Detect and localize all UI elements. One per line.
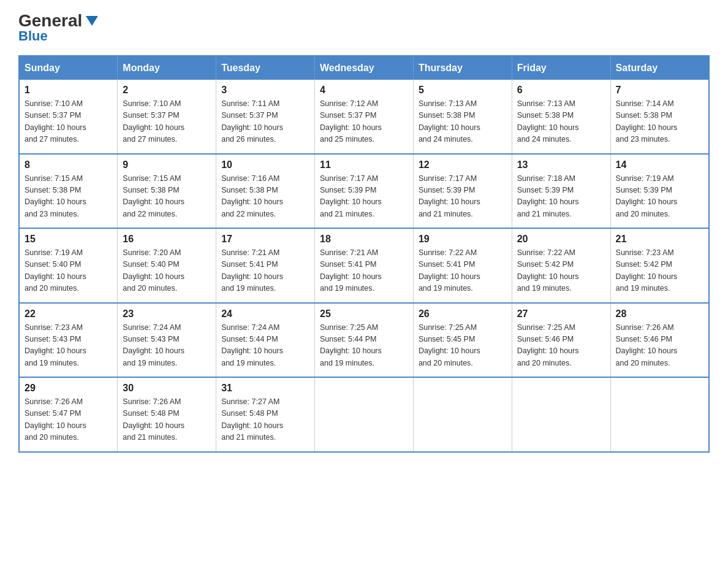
table-row: 9 Sunrise: 7:15 AM Sunset: 5:38 PM Dayli… [118,154,216,229]
day-number: 9 [123,159,211,170]
table-row: 22 Sunrise: 7:23 AM Sunset: 5:43 PM Dayl… [19,303,118,378]
day-number: 6 [517,85,605,96]
col-saturday: Saturday [610,56,709,80]
calendar-week-row: 29 Sunrise: 7:26 AM Sunset: 5:47 PM Dayl… [19,377,709,452]
day-number: 8 [25,159,112,170]
table-row: 8 Sunrise: 7:15 AM Sunset: 5:38 PM Dayli… [19,154,118,229]
day-number: 26 [419,308,507,320]
table-row [610,377,709,452]
table-row: 2 Sunrise: 7:10 AM Sunset: 5:37 PM Dayli… [118,80,216,154]
table-row: 3 Sunrise: 7:11 AM Sunset: 5:37 PM Dayli… [216,80,315,154]
day-number: 21 [616,234,703,245]
day-info: Sunrise: 7:12 AM Sunset: 5:37 PM Dayligh… [320,98,408,146]
day-info: Sunrise: 7:13 AM Sunset: 5:38 PM Dayligh… [419,98,507,146]
col-sunday: Sunday [19,56,118,80]
day-info: Sunrise: 7:23 AM Sunset: 5:42 PM Dayligh… [616,247,703,295]
table-row: 31 Sunrise: 7:27 AM Sunset: 5:48 PM Dayl… [216,377,315,452]
day-number: 1 [25,85,112,96]
day-number: 24 [221,308,309,320]
day-number: 4 [320,85,408,96]
logo: General Blue [18,12,100,44]
table-row: 27 Sunrise: 7:25 AM Sunset: 5:46 PM Dayl… [512,303,610,378]
day-info: Sunrise: 7:16 AM Sunset: 5:38 PM Dayligh… [221,173,309,221]
calendar-header-row: Sunday Monday Tuesday Wednesday Thursday… [19,56,709,80]
calendar-week-row: 8 Sunrise: 7:15 AM Sunset: 5:38 PM Dayli… [19,154,709,229]
logo-blue-text: Blue [18,28,48,44]
table-row: 1 Sunrise: 7:10 AM Sunset: 5:37 PM Dayli… [19,80,118,154]
table-row [413,377,512,452]
day-info: Sunrise: 7:21 AM Sunset: 5:41 PM Dayligh… [320,247,408,295]
table-row: 21 Sunrise: 7:23 AM Sunset: 5:42 PM Dayl… [610,228,709,303]
day-number: 16 [123,234,211,245]
table-row: 16 Sunrise: 7:20 AM Sunset: 5:40 PM Dayl… [118,228,216,303]
table-row: 20 Sunrise: 7:22 AM Sunset: 5:42 PM Dayl… [512,228,610,303]
table-row: 14 Sunrise: 7:19 AM Sunset: 5:39 PM Dayl… [610,154,709,229]
table-row: 12 Sunrise: 7:17 AM Sunset: 5:39 PM Dayl… [413,154,512,229]
day-number: 30 [123,383,211,394]
day-info: Sunrise: 7:22 AM Sunset: 5:42 PM Dayligh… [517,247,605,295]
table-row: 23 Sunrise: 7:24 AM Sunset: 5:43 PM Dayl… [118,303,216,378]
table-row [315,377,414,452]
table-row: 10 Sunrise: 7:16 AM Sunset: 5:38 PM Dayl… [216,154,315,229]
table-row: 15 Sunrise: 7:19 AM Sunset: 5:40 PM Dayl… [19,228,118,303]
day-info: Sunrise: 7:19 AM Sunset: 5:40 PM Dayligh… [25,247,112,295]
day-number: 29 [25,383,112,394]
day-number: 14 [616,159,703,170]
day-info: Sunrise: 7:23 AM Sunset: 5:43 PM Dayligh… [25,322,112,370]
table-row: 25 Sunrise: 7:25 AM Sunset: 5:44 PM Dayl… [315,303,414,378]
table-row: 24 Sunrise: 7:24 AM Sunset: 5:44 PM Dayl… [216,303,315,378]
table-row: 26 Sunrise: 7:25 AM Sunset: 5:45 PM Dayl… [413,303,512,378]
logo-arrow-icon [83,12,100,29]
day-number: 28 [616,308,703,320]
day-number: 23 [123,308,211,320]
day-info: Sunrise: 7:13 AM Sunset: 5:38 PM Dayligh… [517,98,605,146]
day-number: 22 [25,308,112,320]
day-info: Sunrise: 7:15 AM Sunset: 5:38 PM Dayligh… [123,173,211,221]
day-number: 13 [517,159,605,170]
table-row: 13 Sunrise: 7:18 AM Sunset: 5:39 PM Dayl… [512,154,610,229]
day-info: Sunrise: 7:24 AM Sunset: 5:44 PM Dayligh… [221,322,309,370]
day-number: 17 [221,234,309,245]
table-row: 5 Sunrise: 7:13 AM Sunset: 5:38 PM Dayli… [413,80,512,154]
table-row: 30 Sunrise: 7:26 AM Sunset: 5:48 PM Dayl… [118,377,216,452]
day-number: 19 [419,234,507,245]
table-row: 17 Sunrise: 7:21 AM Sunset: 5:41 PM Dayl… [216,228,315,303]
col-thursday: Thursday [413,56,512,80]
day-number: 7 [616,85,703,96]
day-number: 31 [221,383,309,394]
day-info: Sunrise: 7:27 AM Sunset: 5:48 PM Dayligh… [221,396,309,444]
table-row [512,377,610,452]
table-row: 11 Sunrise: 7:17 AM Sunset: 5:39 PM Dayl… [315,154,414,229]
calendar-week-row: 15 Sunrise: 7:19 AM Sunset: 5:40 PM Dayl… [19,228,709,303]
day-info: Sunrise: 7:19 AM Sunset: 5:39 PM Dayligh… [616,173,703,221]
col-wednesday: Wednesday [315,56,414,80]
calendar-week-row: 1 Sunrise: 7:10 AM Sunset: 5:37 PM Dayli… [19,80,709,154]
day-number: 12 [419,159,507,170]
day-info: Sunrise: 7:26 AM Sunset: 5:48 PM Dayligh… [123,396,211,444]
day-info: Sunrise: 7:11 AM Sunset: 5:37 PM Dayligh… [221,98,309,146]
day-info: Sunrise: 7:10 AM Sunset: 5:37 PM Dayligh… [25,98,112,146]
day-info: Sunrise: 7:21 AM Sunset: 5:41 PM Dayligh… [221,247,309,295]
day-info: Sunrise: 7:20 AM Sunset: 5:40 PM Dayligh… [123,247,211,295]
table-row: 28 Sunrise: 7:26 AM Sunset: 5:46 PM Dayl… [610,303,709,378]
calendar-week-row: 22 Sunrise: 7:23 AM Sunset: 5:43 PM Dayl… [19,303,709,378]
day-number: 5 [419,85,507,96]
day-number: 11 [320,159,408,170]
day-number: 10 [221,159,309,170]
day-info: Sunrise: 7:26 AM Sunset: 5:47 PM Dayligh… [25,396,112,444]
col-monday: Monday [118,56,216,80]
day-number: 2 [123,85,211,96]
svg-marker-0 [86,16,98,26]
table-row: 29 Sunrise: 7:26 AM Sunset: 5:47 PM Dayl… [19,377,118,452]
day-info: Sunrise: 7:10 AM Sunset: 5:37 PM Dayligh… [123,98,211,146]
day-info: Sunrise: 7:18 AM Sunset: 5:39 PM Dayligh… [517,173,605,221]
day-number: 18 [320,234,408,245]
day-info: Sunrise: 7:24 AM Sunset: 5:43 PM Dayligh… [123,322,211,370]
day-number: 25 [320,308,408,320]
calendar-table: Sunday Monday Tuesday Wednesday Thursday… [18,55,710,453]
table-row: 18 Sunrise: 7:21 AM Sunset: 5:41 PM Dayl… [315,228,414,303]
day-number: 3 [221,85,309,96]
day-number: 27 [517,308,605,320]
day-number: 20 [517,234,605,245]
table-row: 7 Sunrise: 7:14 AM Sunset: 5:38 PM Dayli… [610,80,709,154]
